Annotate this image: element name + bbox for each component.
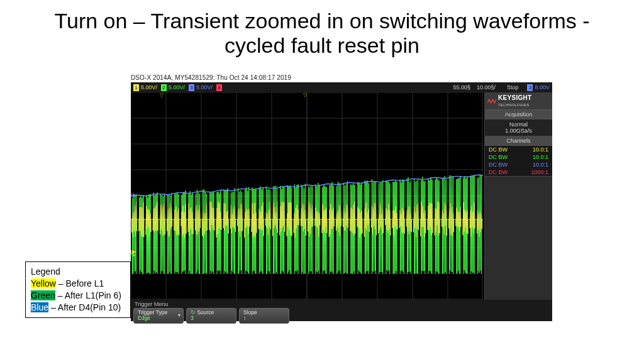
brand-badge: KEYSIGHTTECHNOLOGIES: [485, 92, 552, 110]
softkey-source[interactable]: ↻ Source 3: [186, 308, 236, 324]
trig-level: 8.00V: [535, 84, 550, 90]
waveform-plot: ▽ ▽ T▶ 1▶ 2▶: [131, 92, 483, 300]
ch2-vdiv: 25.00V/: [161, 84, 185, 91]
time-marker-center: ▽: [303, 92, 307, 98]
ch4-vdiv: 4: [216, 84, 224, 91]
ch3-vdiv: 35.00V/: [189, 84, 213, 91]
ch4-badge: 4: [216, 84, 222, 91]
ch2-badge: 2: [161, 84, 167, 91]
plot-svg: [131, 92, 483, 300]
legend-title: Legend: [31, 266, 125, 278]
gnd-marker-ch2: 2▶: [130, 253, 136, 258]
channels-panel: Channels DC BW10.0:1DC BW10.0:1DC BW10.0…: [485, 136, 552, 177]
slide-title: Turn on – Transient zoomed in on switchi…: [0, 0, 644, 60]
ch1-badge: 1: [133, 84, 139, 91]
acquisition-panel: Acquisition Normal 1.00GSa/s: [485, 110, 552, 136]
scope-container: DSO-X 2014A, MY54281529: Thu Oct 24 14:0…: [131, 74, 552, 321]
oscilloscope-screenshot: 15.00V/ 25.00V/ 35.00V/ 4 55.00§ 10.00§/…: [131, 82, 552, 321]
softkey-trigger-type[interactable]: Trigger Type Edge ▾: [133, 308, 184, 324]
ch1-vdiv: 15.00V/: [133, 84, 157, 91]
softkey-slope[interactable]: Slope ↕: [239, 308, 289, 324]
timebase-2: 10.00§/: [477, 84, 496, 90]
run-status: Stop: [507, 84, 519, 90]
keysight-logo-icon: [487, 98, 496, 104]
slide: Turn on – Transient zoomed in on switchi…: [0, 0, 644, 362]
scope-bottom-bar: Trigger Menu Trigger Type Edge ▾ ↻ Sourc…: [131, 300, 552, 321]
legend-box: Legend Yellow – Before L1 Green – After …: [25, 261, 131, 318]
scope-top-bar: 15.00V/ 25.00V/ 35.00V/ 4 55.00§ 10.00§/…: [131, 82, 552, 92]
trigger-menu-label: Trigger Menu: [131, 300, 552, 308]
scope-sidebar: KEYSIGHTTECHNOLOGIES Acquisition Normal …: [484, 92, 552, 300]
channels-header: Channels: [485, 136, 552, 146]
trig-src-badge: 3: [527, 84, 533, 91]
trigger-marker-ch3: T▶: [130, 193, 136, 198]
scope-metadata: DSO-X 2014A, MY54281529: Thu Oct 24 14:0…: [131, 74, 552, 81]
time-marker-left: ▽: [160, 92, 164, 98]
timebase-1: 55.00§: [453, 84, 470, 90]
channels-list: DC BW10.0:1DC BW10.0:1DC BW10.0:1DC BW10…: [485, 146, 552, 176]
ch3-badge: 3: [189, 84, 194, 91]
legend-row-yellow: Yellow – Before L1: [31, 278, 125, 290]
acquisition-body: Normal 1.00GSa/s: [485, 119, 552, 136]
acquisition-header: Acquisition: [485, 110, 552, 119]
chevron-icon: ▾: [178, 313, 180, 319]
softkey-row: Trigger Type Edge ▾ ↻ Source 3 Slope ↕: [131, 308, 552, 326]
legend-row-green: Green – After L1(Pin 6): [31, 290, 125, 302]
legend-row-blue: Blue – After D4(Pin 10): [31, 302, 125, 314]
